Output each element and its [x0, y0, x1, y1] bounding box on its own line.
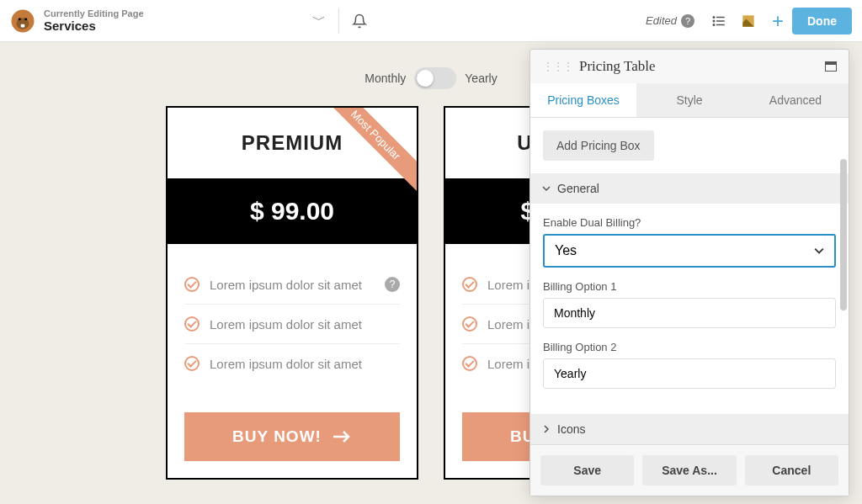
toggle-label-right: Yearly: [465, 72, 497, 85]
feature-item: Lorem ipsum dolor sit amet: [184, 305, 400, 344]
check-icon: [184, 277, 200, 292]
panel-tabs: Pricing Boxes Style Advanced: [530, 83, 849, 118]
tooltip-icon[interactable]: ?: [385, 277, 400, 292]
divider: [338, 8, 339, 34]
check-icon: [462, 356, 477, 371]
svg-point-10: [713, 24, 715, 25]
chevron-down-icon: [814, 246, 824, 256]
cancel-button[interactable]: Cancel: [745, 455, 838, 485]
drag-grip-icon[interactable]: ⋮⋮⋮: [542, 60, 572, 73]
svg-point-9: [713, 20, 715, 22]
outline-icon[interactable]: [711, 13, 726, 29]
card-features: Lorem ipsum dolor sit amet? Lorem ipsum …: [168, 244, 417, 395]
billing-option-1-input[interactable]: [543, 298, 836, 328]
done-button[interactable]: Done: [792, 8, 852, 34]
enable-dual-billing-select[interactable]: Yes: [543, 234, 836, 268]
check-icon: [462, 316, 477, 332]
arrow-right-icon: [332, 430, 352, 443]
section-icons-header[interactable]: Icons: [530, 414, 849, 444]
chevron-down-icon: [542, 184, 551, 193]
panel-body: Add Pricing Box: [530, 118, 849, 173]
svg-point-3: [24, 18, 27, 20]
card-price: $ 99.00: [168, 178, 417, 244]
billing-option-2-input[interactable]: [543, 358, 836, 389]
svg-point-1: [17, 18, 29, 29]
media-icon[interactable]: [740, 13, 757, 29]
tab-style[interactable]: Style: [636, 83, 742, 117]
check-icon: [184, 316, 200, 332]
tab-advanced[interactable]: Advanced: [742, 83, 849, 117]
svg-point-2: [19, 18, 21, 20]
settings-panel: ⋮⋮⋮ Pricing Table Pricing Boxes Style Ad…: [529, 49, 849, 496]
tab-pricing-boxes[interactable]: Pricing Boxes: [530, 83, 636, 117]
check-icon: [184, 356, 200, 371]
save-as-button[interactable]: Save As...: [642, 455, 736, 485]
check-icon: [462, 277, 477, 292]
panel-header[interactable]: ⋮⋮⋮ Pricing Table: [530, 50, 849, 83]
scrollbar-thumb[interactable]: [840, 159, 847, 310]
svg-rect-4: [21, 24, 25, 27]
feature-item: Lorem ipsum dolor sit amet?: [184, 265, 400, 305]
scrollbar[interactable]: [840, 159, 847, 395]
page-info: Currently Editing Page Services: [44, 8, 144, 33]
pricing-card-premium[interactable]: Most Popular PREMIUM $ 99.00 Lorem ipsum…: [166, 106, 418, 480]
section-general-header[interactable]: General: [530, 173, 849, 204]
panel-title: Pricing Table: [579, 58, 825, 75]
billing-toggle[interactable]: [414, 67, 456, 89]
chevron-right-icon: [542, 425, 551, 433]
svg-point-8: [713, 16, 715, 18]
add-pricing-box-button[interactable]: Add Pricing Box: [543, 130, 654, 161]
page-dropdown-icon[interactable]: ﹀: [312, 12, 326, 29]
section-general-body: Enable Dual Billing? Yes Billing Option …: [530, 204, 849, 414]
notifications-icon[interactable]: [352, 13, 367, 29]
field-label: Billing Option 1: [543, 280, 836, 293]
billing-toggle-row: Monthly Yearly: [364, 67, 497, 89]
save-button[interactable]: Save: [540, 455, 634, 485]
expand-icon[interactable]: [825, 61, 837, 72]
panel-footer: Save Save As... Cancel: [530, 444, 849, 496]
field-label: Billing Option 2: [543, 341, 836, 353]
toggle-label-left: Monthly: [364, 72, 406, 85]
add-module-button[interactable]: +: [772, 9, 784, 33]
buy-button[interactable]: BUY NOW!: [184, 412, 400, 461]
help-icon[interactable]: ?: [681, 14, 694, 28]
beaver-logo: [10, 8, 35, 34]
feature-item: Lorem ipsum dolor sit amet: [184, 344, 400, 383]
page-title: Services: [44, 19, 144, 33]
toggle-knob: [417, 70, 434, 87]
editing-label: Currently Editing Page: [44, 8, 144, 19]
edited-status: Edited: [646, 14, 677, 27]
field-label: Enable Dual Billing?: [543, 216, 836, 229]
topbar: Currently Editing Page Services ﹀ Edited…: [0, 0, 862, 42]
